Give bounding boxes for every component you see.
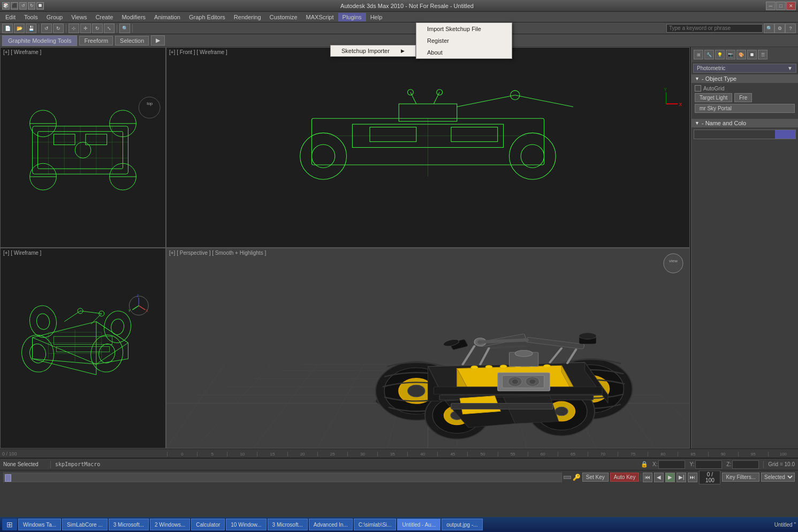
menu-views[interactable]: Views [67,13,91,21]
maximize-button[interactable]: □ [776,2,786,10]
ruler-tick-25: 25 [317,452,347,457]
y-input[interactable] [695,460,722,469]
zoom-button[interactable]: 🔍 [119,24,130,33]
open-button[interactable]: 📂 [14,24,25,33]
x-coord-field: X: [652,460,685,469]
viewport-top-right[interactable]: [+] [ Front ] [ Wireframe ] [166,47,690,248]
autogrid-checkbox[interactable] [695,85,701,92]
help-icon[interactable]: ? [785,24,796,33]
photometric-dropdown[interactable]: Photometric ▼ [693,64,796,73]
menu-rendering[interactable]: Rendering [230,13,265,21]
rp-btn-2[interactable]: 🔧 [704,50,714,59]
close-button[interactable]: ✕ [786,2,796,10]
menu-animation[interactable]: Animation [150,13,185,21]
play-button[interactable]: ▶ [665,473,675,482]
tb-icon3[interactable]: ↻ [28,2,35,10]
minimize-button[interactable]: ─ [766,2,776,10]
svg-line-32 [434,92,439,104]
taskbar-item-8[interactable]: C:\simlab\Si... [354,519,397,530]
mode-select[interactable]: Selected [761,473,795,482]
menu-edit[interactable]: Edit [1,13,20,21]
lock-icon[interactable]: 🔒 [641,461,648,468]
about-item[interactable]: About [416,47,512,58]
undo-button[interactable]: ↺ [41,24,52,33]
freeform-tab[interactable]: Freeform [79,36,113,45]
sketchup-importer-item[interactable]: Sketchup Importer ▶ [331,45,415,56]
menu-help[interactable]: Help [366,13,387,21]
free-button[interactable]: Fre [734,93,752,102]
ruler-tick-45: 45 [437,452,467,457]
rp-btn-7[interactable]: ☰ [758,50,767,59]
target-light-button[interactable]: Target Light [695,93,732,102]
svg-point-149 [529,379,536,384]
select-button[interactable]: ⊹ [69,24,79,33]
register-item[interactable]: Register [416,35,512,47]
menu-maxscript[interactable]: MAXScript [302,13,338,21]
auto-key-button[interactable]: Auto Key [610,473,640,482]
rp-btn-3[interactable]: 💡 [715,50,725,59]
search-button[interactable]: 🔍 [764,24,774,33]
mr-sky-button[interactable]: mr Sky Portal [695,104,795,113]
tb-icon1[interactable]: ⬛ [11,2,18,10]
menu-modifiers[interactable]: Modifiers [117,13,150,21]
taskbar-item-6[interactable]: 3 Microsoft... [268,519,308,530]
viewport-navigation-gizmo[interactable]: view [663,253,684,274]
frame-counter[interactable]: 0 / 100 [699,470,720,484]
menu-graph-editors[interactable]: Graph Editors [185,13,230,21]
taskbar-item-9[interactable]: Untitled - Au... [397,519,440,530]
go-to-end-button[interactable]: ⏭ [688,473,697,482]
import-sketchup-file-item[interactable]: Import Sketchup File [416,23,512,35]
taskbar-item-1[interactable]: SimLabCore ... [62,519,108,530]
rp-btn-4[interactable]: 📷 [726,50,735,59]
ruler-tick-15: 15 [257,452,287,457]
viewport-top-left[interactable]: [+] [ Wireframe ] [0,47,166,248]
taskbar-item-2[interactable]: 3 Microsoft... [109,519,149,530]
search-input[interactable] [666,24,763,33]
prev-frame-button[interactable]: ◀ [654,473,664,482]
menu-group[interactable]: Group [42,13,67,21]
next-frame-button[interactable]: ▶| [677,473,686,482]
taskbar-item-0[interactable]: Windows Ta... [18,519,61,530]
scale-button[interactable]: ⤡ [104,24,115,33]
rotate-button[interactable]: ↻ [92,24,103,33]
object-type-content: AutoGrid Target Light Fre mr Sky Portal [691,83,798,117]
svg-point-118 [500,365,507,368]
selection-tab[interactable]: Selection [115,36,149,45]
graphite-extra-btn[interactable]: ▶ [151,35,165,45]
key-filters-button[interactable]: Key Filters... [722,473,759,482]
timeline-slider[interactable] [3,473,562,482]
menu-plugins[interactable]: Plugins [338,13,366,21]
taskbar-item-7[interactable]: Advanced In... [309,519,353,530]
rp-btn-1[interactable]: ⊞ [694,50,703,59]
graphite-modeling-tab[interactable]: Graphite Modeling Tools [2,35,77,46]
viewport-bottom-right[interactable]: [+] [ Perspective ] [ Smooth + Highlight… [166,248,690,449]
taskbar-item-3[interactable]: 2 Windows... [150,519,190,530]
perspective-grid-svg [166,248,689,448]
rp-btn-5[interactable]: 🎨 [736,50,746,59]
z-input[interactable] [732,460,759,469]
right-panel: ⊞ 🔧 💡 📷 🎨 🔲 ☰ Photometric ▼ ▼ - Object T… [691,47,798,449]
rp-btn-6[interactable]: 🔲 [747,50,757,59]
move-button[interactable]: ✛ [80,24,91,33]
taskbar-item-10[interactable]: output.jpg -... [442,519,482,530]
add-time-tag-button[interactable] [564,476,571,479]
save-button[interactable]: 💾 [26,24,36,33]
timeline-thumb[interactable] [5,474,11,482]
menu-create[interactable]: Create [91,13,117,21]
viewport-bottom-left[interactable]: [+] [ Wireframe ] [0,248,166,449]
tb-icon2[interactable]: ↺ [19,2,27,10]
x-input[interactable] [658,460,685,469]
settings-icon[interactable]: ⚙ [774,24,785,33]
object-type-section[interactable]: ▼ - Object Type [691,74,798,83]
name-color-section[interactable]: ▼ - Name and Colo [691,119,798,127]
menu-tools[interactable]: Tools [20,13,42,21]
start-button[interactable]: ⊞ [2,519,17,530]
taskbar-item-5[interactable]: 10 Window... [226,519,266,530]
redo-button[interactable]: ↻ [53,24,64,33]
taskbar-item-4[interactable]: Calculator [191,519,225,530]
go-to-start-button[interactable]: ⏮ [643,473,652,482]
tb-icon4[interactable]: 🔲 [36,2,44,10]
new-button[interactable]: 📄 [2,24,13,33]
set-key-button[interactable]: Set Key [582,473,609,482]
menu-customize[interactable]: Customize [265,13,302,21]
